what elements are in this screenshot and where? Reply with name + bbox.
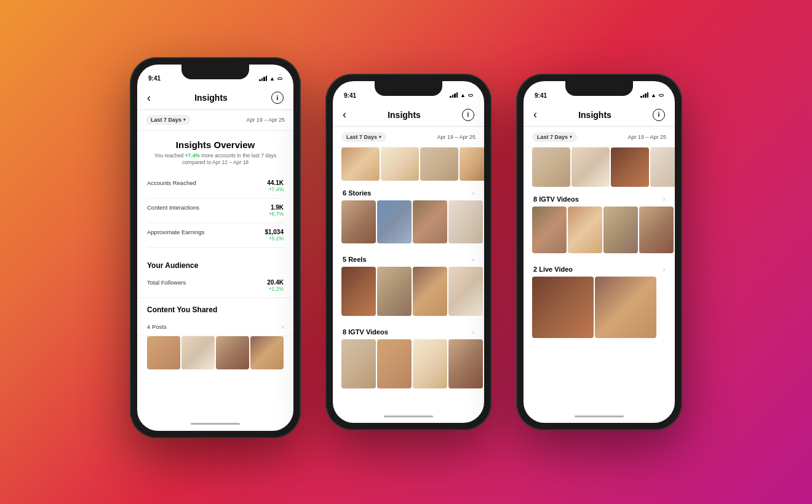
section-title-igtv2: 8 IGTV Videos	[533, 195, 579, 203]
live-thumb-1	[532, 277, 594, 338]
live-grid	[523, 277, 675, 344]
reel-thumb-3	[413, 267, 447, 316]
post-thumb-4	[250, 336, 284, 369]
notch-1	[181, 65, 249, 79]
stat-number-interactions: 1.9K	[269, 204, 284, 211]
filter-bar-2: Last 7 Days ▾ Apr 19 – Apr 25	[333, 127, 484, 148]
stat-row-interactions[interactable]: Content Interactions 1.9K +6.7%	[147, 199, 284, 223]
overview-subtitle: You reached +7.4% more accounts in the l…	[147, 152, 284, 167]
home-indicator-2	[333, 412, 484, 423]
section-stories[interactable]: 6 Stories ›	[333, 183, 484, 200]
battery-icon-1	[277, 77, 282, 80]
chevron-icon-stories: ›	[472, 190, 474, 197]
wifi-icon-2: ▲	[460, 92, 466, 98]
scroll-thumb-2	[381, 148, 419, 181]
screen-content-3: 8 IGTV Videos › 2 Live Video ›	[523, 148, 675, 412]
wifi-icon-3: ▲	[651, 92, 656, 98]
chevron-icon-live: ›	[663, 266, 665, 273]
stat-values-interactions: 1.9K +6.7%	[269, 204, 284, 217]
chevron-down-icon-1: ▾	[183, 117, 186, 122]
igtv-thumb-1	[341, 339, 376, 388]
filter-pill-2[interactable]: Last 7 Days ▾	[341, 132, 386, 142]
audience-header: Your Audience	[137, 254, 293, 274]
post-thumb-1	[147, 336, 180, 369]
section-live[interactable]: 2 Live Video ›	[523, 259, 675, 277]
story-thumb-4	[448, 200, 483, 243]
reel-thumb-2	[377, 267, 412, 316]
stories-grid	[333, 200, 484, 250]
signal-icon-2	[450, 93, 458, 98]
stat-change-accounts: +7.4%	[267, 186, 284, 192]
notch-2	[375, 81, 442, 96]
info-button-3[interactable]: i	[653, 109, 665, 121]
battery-icon-2	[468, 94, 473, 96]
p3-scroll-thumb-2	[571, 148, 610, 187]
stat-number-earnings: $1,034	[265, 229, 284, 235]
reel-thumb-4	[448, 267, 483, 316]
back-button-3[interactable]: ‹	[533, 108, 537, 121]
story-thumb-3	[413, 200, 447, 243]
stat-number-followers: 20.4K	[267, 279, 284, 286]
story-thumb-1	[341, 200, 376, 243]
status-time-1: 9:41	[148, 75, 161, 82]
section-reels[interactable]: 5 Reels ›	[333, 250, 484, 267]
filter-pill-1[interactable]: Last 7 Days ▾	[146, 115, 191, 125]
live-thumb-2	[595, 277, 656, 338]
signal-icon-1	[259, 76, 267, 81]
status-time-2: 9:41	[344, 92, 356, 99]
screen-content-2: 6 Stories › 5 Reels › 8	[333, 148, 484, 412]
top-scroll-grid-3	[532, 148, 666, 187]
overview-section: Insights Overview You reached +7.4% more…	[137, 131, 293, 254]
stat-values-followers: 20.4K +1.2%	[267, 279, 284, 292]
stat-change-interactions: +6.7%	[269, 211, 284, 217]
stat-change-earnings: +5.2%	[265, 235, 284, 242]
top-scroll-preview-3	[523, 148, 675, 189]
igtv2-grid	[523, 207, 675, 259]
filter-pill-3[interactable]: Last 7 Days ▾	[532, 132, 577, 142]
section-igtv2[interactable]: 8 IGTV Videos ›	[523, 189, 675, 207]
wifi-icon-1: ▲	[269, 76, 275, 82]
igtv2-thumb-2	[568, 207, 602, 253]
phone-2: 9:41 ▲ ‹ Insights i Last 7 Days	[325, 74, 492, 430]
stat-row-followers[interactable]: Total Followers 20.4K +1.2%	[137, 274, 293, 298]
igtv2-thumb-3	[603, 207, 638, 253]
screen-content-1: Insights Overview You reached +7.4% more…	[137, 131, 293, 420]
p3-scroll-thumb-4	[650, 148, 675, 187]
phone-1: 9:41 ▲ ‹ Insights i La	[130, 57, 301, 438]
stat-row-earnings[interactable]: Approximate Earnings $1,034 +5.2%	[147, 223, 284, 248]
section-title-igtv: 8 IGTV Videos	[343, 328, 388, 336]
home-indicator-1	[137, 420, 293, 431]
info-button-1[interactable]: i	[271, 92, 284, 104]
stat-values-accounts: 44.1K +7.4%	[267, 179, 284, 192]
battery-icon-3	[659, 94, 664, 96]
stat-label-earnings: Approximate Earnings	[147, 229, 204, 235]
igtv2-thumb-4	[639, 207, 674, 253]
signal-icon-3	[640, 93, 648, 98]
nav-bar-1: ‹ Insights i	[137, 87, 293, 110]
content-row-posts[interactable]: 4 Posts ›	[137, 318, 293, 336]
chevron-down-icon-2: ▾	[379, 135, 381, 140]
scroll-thumb-1	[341, 148, 380, 181]
filter-label-3: Last 7 Days	[537, 134, 568, 140]
phone-screen-1: 9:41 ▲ ‹ Insights i La	[137, 65, 293, 431]
content-label-posts: 4 Posts	[147, 323, 167, 330]
section-title-live: 2 Live Video	[533, 266, 573, 273]
stat-label-followers: Total Followers	[147, 279, 186, 286]
stat-number-accounts: 44.1K	[267, 179, 284, 186]
chevron-down-icon-3: ▾	[570, 135, 572, 140]
filter-label-2: Last 7 Days	[346, 134, 377, 140]
stat-row-accounts[interactable]: Accounts Reached 44.1K +7.4%	[147, 174, 284, 199]
post-thumb-2	[181, 336, 215, 369]
filter-label-1: Last 7 Days	[151, 117, 181, 123]
igtv2-thumb-1	[532, 207, 567, 253]
phone-3: 9:41 ▲ ‹ Insights i Last 7 Days	[516, 74, 682, 430]
info-button-2[interactable]: i	[462, 109, 474, 121]
back-button-2[interactable]: ‹	[343, 108, 346, 121]
section-igtv[interactable]: 8 IGTV Videos ›	[333, 322, 484, 339]
filter-date-3: Apr 19 – Apr 25	[627, 134, 666, 140]
reel-thumb-1	[341, 267, 376, 316]
p3-scroll-thumb-3	[611, 148, 649, 187]
back-button-1[interactable]: ‹	[147, 92, 151, 104]
stat-label-accounts: Accounts Reached	[147, 179, 196, 186]
top-scroll-grid	[341, 148, 476, 181]
